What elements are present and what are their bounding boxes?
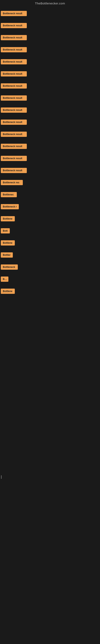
result-row: Bottlene xyxy=(0,213,100,225)
bottleneck-result-button[interactable]: Bottlene xyxy=(1,216,15,222)
bottleneck-result-button[interactable]: Bottleneck result xyxy=(1,83,27,88)
bottleneck-result-button[interactable]: Bottleneck result xyxy=(1,132,27,137)
bottleneck-result-button[interactable]: Bottleneck result xyxy=(1,47,27,52)
result-row: Bottleneck result xyxy=(0,116,100,128)
bottom-content xyxy=(0,297,100,539)
bottleneck-result-button[interactable]: Bottleneck result xyxy=(1,144,27,149)
bottleneck-result-button[interactable]: Bottleneck result xyxy=(1,168,27,173)
bottleneck-result-button[interactable]: Bottlene xyxy=(1,288,15,294)
bottleneck-result-button[interactable]: Bottleneck result xyxy=(1,108,27,113)
bottleneck-result-button[interactable]: Bottler xyxy=(1,252,13,258)
bottleneck-result-button[interactable]: Bottlenec xyxy=(1,192,17,197)
result-row: Bott xyxy=(0,225,100,237)
bottleneck-result-button[interactable]: Bottleneck result xyxy=(1,120,27,125)
result-row: Bottleneck result xyxy=(0,164,100,176)
bottleneck-result-button[interactable]: Bottleneck r xyxy=(1,204,19,209)
bottleneck-result-button[interactable]: Bottleneck res xyxy=(1,180,23,185)
cursor-indicator: | xyxy=(1,475,2,479)
bottleneck-result-button[interactable]: Bottleneck result xyxy=(1,156,27,161)
result-row: Bottleneck result xyxy=(0,104,100,116)
bottleneck-result-button[interactable]: Bottleneck result xyxy=(1,59,27,64)
result-row: Bot xyxy=(0,273,100,285)
bottleneck-result-button[interactable]: Bottleneck xyxy=(1,264,18,270)
result-row: Bottleneck result xyxy=(0,56,100,68)
result-row: Bottlene xyxy=(0,285,100,297)
bottleneck-result-button[interactable]: Bott xyxy=(1,228,10,234)
bottleneck-result-button[interactable]: Bottlene xyxy=(1,240,15,246)
result-row: Bottleneck result xyxy=(0,8,100,20)
bottleneck-result-button[interactable]: Bot xyxy=(1,276,8,282)
site-title: TheBottlenecker.com xyxy=(35,2,65,5)
result-row: Bottleneck result xyxy=(0,92,100,104)
result-row: Bottleneck result xyxy=(0,128,100,140)
result-row: Bottleneck result xyxy=(0,152,100,164)
result-row: Bottlenec xyxy=(0,188,100,201)
result-row: Bottleneck r xyxy=(0,201,100,213)
result-row: Bottleneck xyxy=(0,261,100,273)
result-row: Bottleneck result xyxy=(0,68,100,80)
result-row: Bottleneck result xyxy=(0,44,100,56)
result-row: Bottlene xyxy=(0,237,100,249)
bottleneck-result-button[interactable]: Bottleneck result xyxy=(1,71,27,76)
bottleneck-result-button[interactable]: Bottleneck result xyxy=(1,96,27,100)
page-wrapper: TheBottlenecker.com Bottleneck resultBot… xyxy=(0,0,100,644)
result-row: Bottler xyxy=(0,249,100,261)
bottleneck-result-button[interactable]: Bottleneck result xyxy=(1,23,27,28)
buttons-container: Bottleneck resultBottleneck resultBottle… xyxy=(0,8,100,297)
site-header: TheBottlenecker.com xyxy=(0,0,100,8)
result-row: Bottleneck res xyxy=(0,176,100,188)
result-row: Bottleneck result xyxy=(0,32,100,44)
bottleneck-result-button[interactable]: Bottleneck result xyxy=(1,35,27,40)
result-row: Bottleneck result xyxy=(0,140,100,152)
result-row: Bottleneck result xyxy=(0,80,100,92)
bottleneck-result-button[interactable]: Bottleneck result xyxy=(1,11,27,16)
result-row: Bottleneck result xyxy=(0,20,100,32)
